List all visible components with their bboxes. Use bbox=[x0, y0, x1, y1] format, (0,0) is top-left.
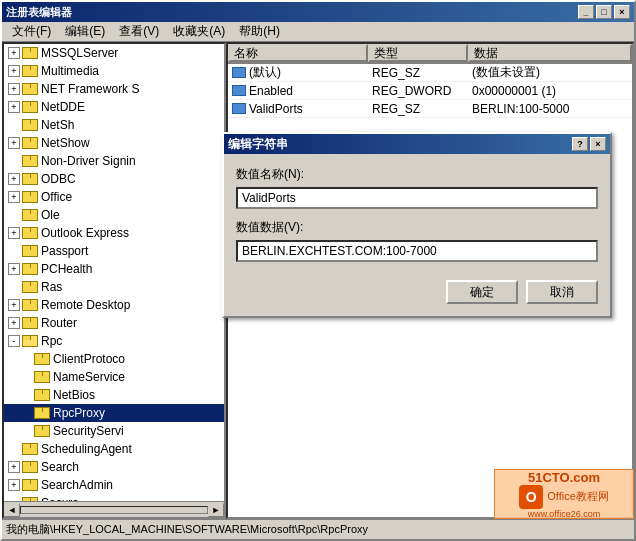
tree-scroll[interactable]: +MSSQLServer+Multimedia+NET Framework S+… bbox=[4, 44, 224, 501]
folder-icon-nameservice bbox=[34, 371, 50, 383]
tree-item-passport[interactable]: Passport bbox=[4, 242, 224, 260]
tree-expand-odbc[interactable]: + bbox=[8, 173, 20, 185]
tree-expand-netdde[interactable]: + bbox=[8, 101, 20, 113]
tree-label-netshow: NetShow bbox=[41, 136, 90, 150]
tree-item-pchealth[interactable]: +PCHealth bbox=[4, 260, 224, 278]
col-header-name[interactable]: 名称 bbox=[228, 44, 368, 62]
tree-item-secure[interactable]: Secure bbox=[4, 494, 224, 501]
tree-item-remotedesktop[interactable]: +Remote Desktop bbox=[4, 296, 224, 314]
cell-name-text-2: ValidPorts bbox=[249, 102, 303, 116]
tree-item-searchadmin[interactable]: +SearchAdmin bbox=[4, 476, 224, 494]
tree-label-searchadmin: SearchAdmin bbox=[41, 478, 113, 492]
folder-icon-ole bbox=[22, 209, 38, 221]
tree-item-multimedia[interactable]: +Multimedia bbox=[4, 62, 224, 80]
folder-icon-passport bbox=[22, 245, 38, 257]
tree-item-netbios[interactable]: NetBios bbox=[4, 386, 224, 404]
table-row[interactable]: ValidPorts REG_SZ BERLIN:100-5000 bbox=[228, 100, 632, 118]
cell-data-1: 0x00000001 (1) bbox=[468, 84, 632, 98]
value-name-input[interactable] bbox=[236, 187, 598, 209]
cell-name-1: Enabled bbox=[228, 84, 368, 98]
cell-type-1: REG_DWORD bbox=[368, 84, 468, 98]
tree-label-netbios: NetBios bbox=[53, 388, 95, 402]
folder-icon-search bbox=[22, 461, 38, 473]
tree-item-office[interactable]: +Office bbox=[4, 188, 224, 206]
folder-icon-router bbox=[22, 317, 38, 329]
tree-item-schedulingagent[interactable]: SchedulingAgent bbox=[4, 440, 224, 458]
folder-icon-netshow bbox=[22, 137, 38, 149]
tree-item-netdde[interactable]: +NetDDE bbox=[4, 98, 224, 116]
tree-label-odbc: ODBC bbox=[41, 172, 76, 186]
title-bar: 注册表编辑器 _ □ × bbox=[2, 2, 634, 22]
tree-expand-multimedia[interactable]: + bbox=[8, 65, 20, 77]
dialog-help-button[interactable]: ? bbox=[572, 137, 588, 151]
tree-label-netsh: NetSh bbox=[41, 118, 74, 132]
cancel-button[interactable]: 取消 bbox=[526, 280, 598, 304]
folder-icon-nonsigning bbox=[22, 155, 38, 167]
tree-item-odbc[interactable]: +ODBC bbox=[4, 170, 224, 188]
tree-item-netshow[interactable]: +NetShow bbox=[4, 134, 224, 152]
folder-icon-ras bbox=[22, 281, 38, 293]
tree-item-clientprotocol[interactable]: ClientProtoco bbox=[4, 350, 224, 368]
tree-item-outlook[interactable]: +Outlook Express bbox=[4, 224, 224, 242]
folder-icon-remotedesktop bbox=[22, 299, 38, 311]
table-row[interactable]: Enabled REG_DWORD 0x00000001 (1) bbox=[228, 82, 632, 100]
menu-favorites[interactable]: 收藏夹(A) bbox=[167, 21, 231, 42]
menu-view[interactable]: 查看(V) bbox=[113, 21, 165, 42]
cell-name-text-1: Enabled bbox=[249, 84, 293, 98]
cell-data-0: (数值未设置) bbox=[468, 64, 632, 81]
tree-expand-router[interactable]: + bbox=[8, 317, 20, 329]
tree-expand-rpc[interactable]: - bbox=[8, 335, 20, 347]
col-header-type[interactable]: 类型 bbox=[368, 44, 468, 62]
tree-item-securityservi[interactable]: SecurityServi bbox=[4, 422, 224, 440]
status-bar: 我的电脑\HKEY_LOCAL_MACHINE\SOFTWARE\Microso… bbox=[2, 519, 634, 539]
menu-help[interactable]: 帮助(H) bbox=[233, 21, 286, 42]
tree-item-mssql[interactable]: +MSSQLServer bbox=[4, 44, 224, 62]
tree-label-ras: Ras bbox=[41, 280, 62, 294]
dialog-title-bar: 编辑字符串 ? × bbox=[224, 134, 610, 154]
tree-expand-search[interactable]: + bbox=[8, 461, 20, 473]
tree-label-netframework: NET Framework S bbox=[41, 82, 139, 96]
cell-name-2: ValidPorts bbox=[228, 102, 368, 116]
tree-item-router[interactable]: +Router bbox=[4, 314, 224, 332]
tree-item-nonsigning[interactable]: Non-Driver Signin bbox=[4, 152, 224, 170]
close-button[interactable]: × bbox=[614, 5, 630, 19]
cell-data-2: BERLIN:100-5000 bbox=[468, 102, 632, 116]
col-header-data[interactable]: 数据 bbox=[468, 44, 632, 62]
title-bar-buttons: _ □ × bbox=[578, 5, 630, 19]
tree-expand-office[interactable]: + bbox=[8, 191, 20, 203]
tree-expand-netshow[interactable]: + bbox=[8, 137, 20, 149]
ok-button[interactable]: 确定 bbox=[446, 280, 518, 304]
watermark-top: 51CTO.com bbox=[528, 470, 600, 485]
folder-icon-netsh bbox=[22, 119, 38, 131]
folder-icon-secure bbox=[22, 497, 38, 501]
tree-expand-outlook[interactable]: + bbox=[8, 227, 20, 239]
tree-expand-searchadmin[interactable]: + bbox=[8, 479, 20, 491]
tree-item-nameservice[interactable]: NameService bbox=[4, 368, 224, 386]
menu-edit[interactable]: 编辑(E) bbox=[59, 21, 111, 42]
tree-label-clientprotocol: ClientProtoco bbox=[53, 352, 125, 366]
menu-file[interactable]: 文件(F) bbox=[6, 21, 57, 42]
tree-expand-netframework[interactable]: + bbox=[8, 83, 20, 95]
tree-label-pchealth: PCHealth bbox=[41, 262, 92, 276]
tree-expand-remotedesktop[interactable]: + bbox=[8, 299, 20, 311]
tree-item-rpc[interactable]: -Rpc bbox=[4, 332, 224, 350]
folder-icon-searchadmin bbox=[22, 479, 38, 491]
status-text: 我的电脑\HKEY_LOCAL_MACHINE\SOFTWARE\Microso… bbox=[6, 522, 368, 537]
watermark-icon: O bbox=[519, 485, 543, 509]
maximize-button[interactable]: □ bbox=[596, 5, 612, 19]
tree-item-ras[interactable]: Ras bbox=[4, 278, 224, 296]
folder-icon-clientprotocol bbox=[34, 353, 50, 365]
value-data-input[interactable] bbox=[236, 240, 598, 262]
dialog-close-button[interactable]: × bbox=[590, 137, 606, 151]
tree-expand-mssql[interactable]: + bbox=[8, 47, 20, 59]
tree-item-netsh[interactable]: NetSh bbox=[4, 116, 224, 134]
folder-icon-rpcproxy bbox=[34, 407, 50, 419]
minimize-button[interactable]: _ bbox=[578, 5, 594, 19]
tree-item-rpcproxy[interactable]: RpcProxy bbox=[4, 404, 224, 422]
table-row[interactable]: (默认) REG_SZ (数值未设置) bbox=[228, 64, 632, 82]
tree-item-search[interactable]: +Search bbox=[4, 458, 224, 476]
tree-item-ole[interactable]: Ole bbox=[4, 206, 224, 224]
tree-item-netframework[interactable]: +NET Framework S bbox=[4, 80, 224, 98]
tree-expand-pchealth[interactable]: + bbox=[8, 263, 20, 275]
cell-type-2: REG_SZ bbox=[368, 102, 468, 116]
